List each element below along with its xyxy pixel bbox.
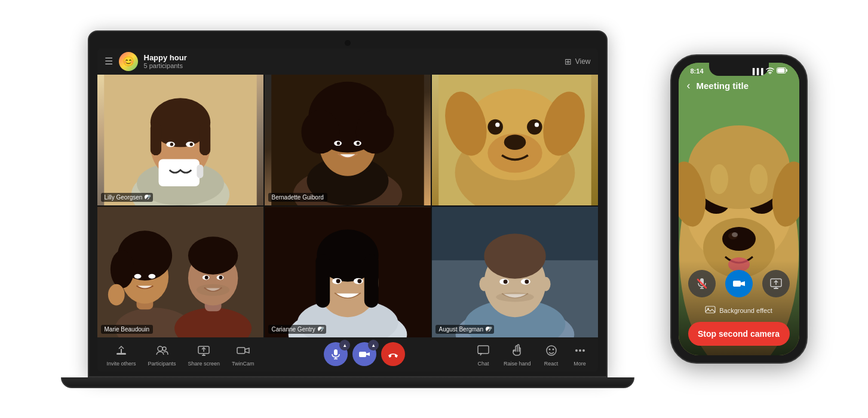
raise-hand-button[interactable]: Raise hand <box>504 342 531 367</box>
video-cell-lilly: Lilly Georgsen 🎤 <box>97 75 263 205</box>
status-icons: ▐▐▐ <box>750 67 787 75</box>
svg-rect-6 <box>150 122 161 155</box>
svg-rect-12 <box>158 159 199 186</box>
svg-rect-61 <box>315 254 330 308</box>
svg-point-44 <box>148 273 155 278</box>
view-label: View <box>575 57 591 66</box>
name-lilly: Lilly Georgsen <box>105 194 143 201</box>
svg-point-54 <box>196 284 229 296</box>
stop-second-camera-button[interactable]: Stop second camera <box>688 322 790 346</box>
invite-label: Invite others <box>107 361 136 367</box>
svg-point-36 <box>534 122 538 127</box>
toolbar-left: Invite others Partic <box>107 342 254 367</box>
end-call-button[interactable] <box>381 342 405 366</box>
phone-meeting-title: Meeting title <box>697 81 791 91</box>
mic-button[interactable]: ▲ <box>324 342 348 366</box>
mic-icon-lilly: 🎤 <box>145 195 149 199</box>
svg-point-110 <box>722 227 756 251</box>
svg-rect-132 <box>706 306 715 313</box>
view-icon: ⊞ <box>565 57 572 66</box>
svg-point-96 <box>548 348 550 350</box>
name-tag-august: August Bergman 🎤 <box>435 325 495 334</box>
twincam-label: TwinCam <box>232 361 254 367</box>
svg-point-33 <box>487 119 503 134</box>
phone-mic-button[interactable] <box>688 270 716 297</box>
svg-rect-94 <box>478 346 489 354</box>
mic-group: ▲ <box>324 342 348 366</box>
svg-point-11 <box>189 143 192 146</box>
react-icon <box>543 342 560 359</box>
react-label: React <box>544 361 559 367</box>
svg-rect-90 <box>334 349 338 355</box>
svg-rect-13 <box>197 164 203 178</box>
meeting-info: Happy hour 5 participants <box>144 53 187 69</box>
share-screen-label: Share screen <box>188 361 220 367</box>
svg-point-120 <box>710 164 728 194</box>
share-screen-button[interactable]: Share screen <box>188 342 220 367</box>
phone-screen-share-button[interactable] <box>762 270 790 297</box>
svg-point-75 <box>541 276 550 291</box>
name-tag-lilly: Lilly Georgsen 🎤 <box>101 193 154 202</box>
bg-effect-icon <box>705 305 716 316</box>
svg-point-45 <box>108 284 124 305</box>
svg-point-53 <box>219 275 222 279</box>
svg-point-80 <box>496 292 534 302</box>
participants-count: 5 participants <box>144 62 187 69</box>
view-button[interactable]: ⊞ View <box>565 57 591 66</box>
more-button[interactable]: More <box>572 342 588 367</box>
participants-icon <box>154 342 170 359</box>
teams-header: ☰ 😊 Happy hour 5 participants ⊞ View <box>97 48 598 75</box>
svg-point-66 <box>357 279 361 283</box>
svg-point-65 <box>336 279 340 283</box>
laptop: ☰ 😊 Happy hour 5 participants ⊞ View <box>88 30 608 377</box>
svg-point-79 <box>525 279 529 284</box>
background-effect-row[interactable]: Background effect <box>688 305 790 316</box>
svg-rect-82 <box>121 349 122 354</box>
svg-rect-129 <box>774 288 778 289</box>
svg-point-112 <box>732 232 738 237</box>
back-button[interactable]: ‹ <box>687 79 691 92</box>
name-tag-bernadette: Bernadette Guibord <box>268 193 327 202</box>
meeting-avatar: 😊 <box>119 52 138 71</box>
twincam-button[interactable]: TwinCam <box>232 342 254 367</box>
svg-point-32 <box>504 134 526 150</box>
signal-icon: ▐▐▐ <box>750 68 763 75</box>
svg-point-101 <box>769 73 771 75</box>
phone: 8:14 ▐▐▐ <box>670 54 808 364</box>
toolbar-right: Chat Raise hand <box>475 342 588 367</box>
wifi-icon <box>766 67 774 75</box>
invite-others-button[interactable]: Invite others <box>107 342 136 367</box>
chat-label: Chat <box>477 361 489 367</box>
more-icon <box>572 342 588 359</box>
chat-button[interactable]: Chat <box>475 342 492 367</box>
mic-chevron[interactable]: ▲ <box>339 340 350 351</box>
svg-point-78 <box>503 279 507 284</box>
camera-group: ▲ <box>352 342 376 366</box>
phone-camera-button[interactable] <box>725 270 753 297</box>
laptop-wrapper: ☰ 😊 Happy hour 5 participants ⊞ View <box>61 30 634 388</box>
camera-chevron[interactable]: ▲ <box>368 340 379 351</box>
header-left: ☰ 😊 Happy hour 5 participants <box>105 52 187 71</box>
name-tag-marie: Marie Beaudouin <box>101 325 154 334</box>
phone-controls-overlay: Background effect Stop second camera <box>679 260 799 355</box>
react-button[interactable]: React <box>543 342 560 367</box>
camera-button[interactable]: ▲ <box>352 342 376 366</box>
phone-control-row <box>688 270 790 297</box>
svg-point-24 <box>336 142 339 145</box>
svg-rect-127 <box>733 281 741 287</box>
name-august: August Bergman <box>439 326 484 333</box>
svg-point-49 <box>188 236 237 275</box>
svg-point-97 <box>552 348 554 350</box>
status-time: 8:14 <box>691 67 704 75</box>
raise-hand-label: Raise hand <box>504 361 531 367</box>
phone-status-bar: 8:14 ▐▐▐ <box>679 65 799 77</box>
hamburger-icon[interactable]: ☰ <box>105 56 113 67</box>
video-cell-bernadette: Bernadette Guibord <box>265 75 431 205</box>
video-cell-dog <box>432 75 598 205</box>
svg-rect-62 <box>364 254 378 308</box>
svg-point-52 <box>204 275 208 279</box>
laptop-screen: ☰ 😊 Happy hour 5 participants ⊞ View <box>97 48 598 371</box>
chat-icon <box>475 342 492 359</box>
participants-button[interactable]: Participants <box>148 342 176 367</box>
video-cell-marie: Marie Beaudouin <box>97 207 263 337</box>
